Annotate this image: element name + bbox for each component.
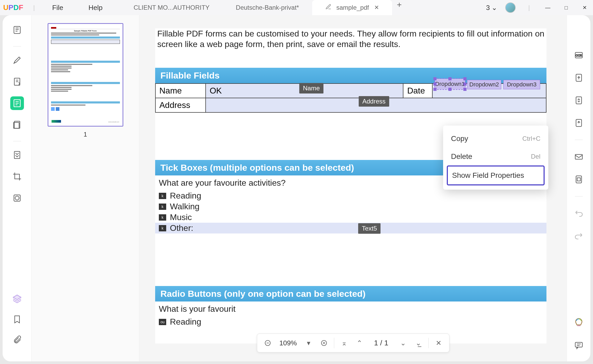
ctx-label: Delete (451, 152, 472, 161)
ctx-show-properties[interactable]: Show Field Properties (447, 165, 545, 185)
intro-text: Fillable PDF forms can be customised to … (155, 28, 546, 49)
count-value: 3 (486, 4, 490, 12)
ctx-label: Copy (451, 134, 468, 143)
first-page-button[interactable]: ⌅ (339, 338, 349, 348)
print-tool[interactable] (573, 174, 585, 185)
last-page-button[interactable]: ⌄̲ (413, 338, 424, 348)
resize-handle[interactable] (463, 88, 467, 91)
resize-handle[interactable] (433, 77, 437, 80)
left-sidebar (3, 15, 32, 361)
menu-file[interactable]: File (52, 4, 63, 12)
resize-handle[interactable] (448, 88, 452, 91)
thumbnail-number: 1 (42, 131, 129, 138)
next-page-button[interactable]: ⌄ (398, 338, 408, 348)
tickbox-reading[interactable]: kReading (155, 190, 546, 201)
divider (575, 140, 583, 140)
tab-item[interactable]: CLIENT MO...AUTHORITY (120, 0, 223, 15)
tab-label: sample_pdf (336, 4, 369, 11)
crop-tool[interactable] (10, 170, 24, 183)
comment-tool[interactable] (10, 53, 24, 67)
compress-tool[interactable] (573, 95, 585, 106)
page-indicator[interactable]: 1 / 1 (369, 339, 393, 347)
prev-page-button[interactable]: ⌃ (354, 338, 365, 348)
attachment-tool[interactable] (10, 333, 24, 347)
tab-strip: CLIENT MO...AUTHORITY Deutsche-Bank-priv… (120, 0, 486, 15)
chevron-down-icon: ⌄ (491, 4, 497, 12)
reader-tool[interactable] (10, 23, 24, 37)
zoom-value: 109% (278, 339, 299, 347)
tickbox-walking[interactable]: kWalking (155, 201, 546, 212)
avatar[interactable] (505, 2, 516, 13)
close-nav-button[interactable]: ✕ (433, 338, 444, 348)
zoom-dropdown[interactable]: ▾ (303, 338, 314, 348)
resize-handle[interactable] (463, 77, 467, 80)
address-label: Address (155, 98, 206, 112)
field-tag-address: Address (359, 96, 389, 107)
right-sidebar: OCR (567, 15, 590, 361)
context-menu: Copy Ctrl+C Delete Del Show Field Proper… (443, 126, 548, 190)
svg-rect-33 (576, 97, 581, 104)
svg-point-7 (15, 196, 19, 200)
minimize-button[interactable]: — (543, 2, 553, 13)
radio-question: What is your favourit (155, 301, 546, 316)
watermark-tool[interactable] (10, 191, 24, 205)
resize-handle[interactable] (448, 77, 452, 80)
resize-handle[interactable] (463, 82, 467, 86)
ctx-copy[interactable]: Copy Ctrl+C (447, 130, 545, 148)
dropdown3-field[interactable]: Dropdown3 (503, 80, 540, 89)
page-thumbnail[interactable]: Sample Fillable PDF Form www.example.com (48, 23, 123, 127)
close-button[interactable]: ✕ (579, 2, 590, 13)
nav-separator (428, 338, 429, 348)
dropdown2-field[interactable]: Dropdown2 (467, 80, 501, 89)
ctx-shortcut: Del (531, 153, 540, 160)
titlebar-right: 3 ⌄ | — □ ✕ (486, 2, 590, 13)
divider (13, 141, 21, 141)
tickbox-other[interactable]: kOther: Text5 (155, 223, 546, 233)
right-sidebar-bottom (573, 317, 585, 361)
page-tool[interactable] (10, 148, 24, 162)
radio-section: Radio Buttons (only one option can be se… (155, 286, 546, 327)
organize-tool[interactable] (10, 118, 24, 132)
close-icon[interactable]: ✕ (374, 4, 379, 11)
new-tab-button[interactable]: + (397, 0, 402, 15)
separator: | (528, 4, 530, 11)
ctx-label: Show Field Properties (452, 171, 524, 180)
main-content: Sample Fillable PDF Form www.example.com (3, 15, 590, 361)
document-area: Fillable PDF forms can be customised to … (139, 15, 567, 361)
menu-help[interactable]: Help (88, 4, 102, 12)
resize-handle[interactable] (433, 82, 437, 86)
selected-field[interactable]: Dropdown1 (434, 78, 465, 90)
divider (575, 196, 583, 196)
convert-tool[interactable] (573, 72, 585, 84)
divider (13, 46, 21, 46)
app-logo: UPDF (3, 3, 23, 12)
undo-tool[interactable] (573, 207, 585, 219)
svg-rect-36 (576, 176, 581, 183)
tab-item[interactable]: Deutsche-Bank-privat* (223, 0, 312, 15)
bookmark-tool[interactable] (10, 313, 24, 326)
tickbox-music[interactable]: kMusic (155, 212, 546, 223)
redo-tool[interactable] (573, 230, 585, 242)
field-tag-text5: Text5 (358, 223, 381, 234)
share-tool[interactable] (573, 117, 585, 129)
tab-count[interactable]: 3 ⌄ (486, 4, 497, 12)
ctx-shortcut: Ctrl+C (522, 135, 540, 142)
zoom-out-button[interactable] (262, 338, 273, 348)
name-label: Name (155, 84, 206, 98)
resize-handle[interactable] (433, 88, 437, 91)
edit-tool[interactable] (10, 75, 24, 89)
tab-item-active[interactable]: sample_pdf ✕ (312, 0, 392, 15)
zoom-in-button[interactable] (319, 338, 329, 348)
ctx-delete[interactable]: Delete Del (447, 148, 545, 165)
form-tool[interactable] (10, 96, 24, 110)
layers-tool[interactable] (10, 292, 24, 306)
maximize-button[interactable]: □ (561, 2, 571, 13)
edit-icon (325, 4, 332, 12)
ai-tool[interactable] (573, 317, 585, 328)
ocr-tool[interactable]: OCR (573, 49, 585, 61)
email-tool[interactable] (573, 151, 585, 163)
chat-tool[interactable] (573, 339, 585, 351)
radio-reading[interactable]: ouReading (155, 316, 546, 327)
nav-separator (334, 338, 334, 348)
thumbnail-preview: Sample Fillable PDF Form www.example.com (51, 27, 120, 123)
